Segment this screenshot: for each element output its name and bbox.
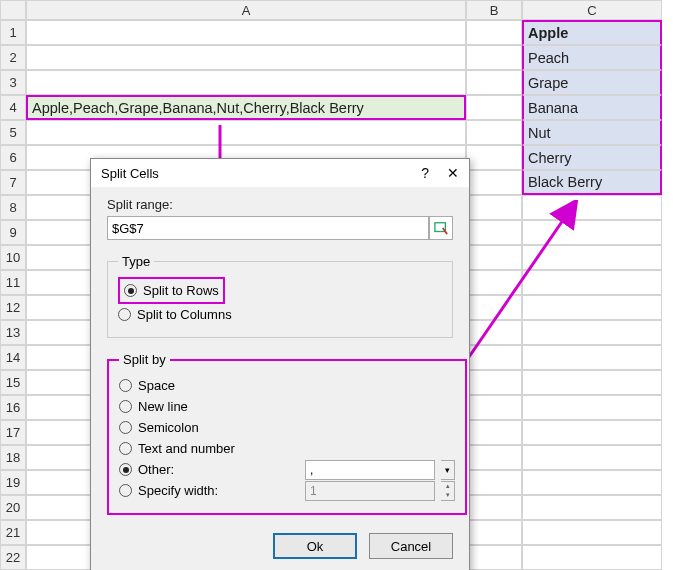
radio-semicolon[interactable]: Semicolon xyxy=(119,417,455,438)
radio-textnum[interactable]: Text and number xyxy=(119,438,455,459)
cell-B19[interactable] xyxy=(466,470,522,495)
cell-C2[interactable]: Peach xyxy=(522,45,662,70)
row-header[interactable]: 18 xyxy=(0,445,26,470)
cell-B15[interactable] xyxy=(466,370,522,395)
col-header-C[interactable]: C xyxy=(522,0,662,20)
cell-C17[interactable] xyxy=(522,420,662,445)
cell-B12[interactable] xyxy=(466,295,522,320)
radio-other[interactable]: Other: xyxy=(119,459,299,480)
row-header[interactable]: 14 xyxy=(0,345,26,370)
width-input xyxy=(305,481,435,501)
close-button[interactable]: ✕ xyxy=(447,165,459,181)
cell-C1[interactable]: Apple xyxy=(522,20,662,45)
radio-newline[interactable]: New line xyxy=(119,396,455,417)
cell-B5[interactable] xyxy=(466,120,522,145)
row-header[interactable]: 6 xyxy=(0,145,26,170)
cell-C10[interactable] xyxy=(522,245,662,270)
cell-A1[interactable] xyxy=(26,20,466,45)
cell-B13[interactable] xyxy=(466,320,522,345)
cell-A5[interactable] xyxy=(26,120,466,145)
cell-C5[interactable]: Nut xyxy=(522,120,662,145)
cell-B9[interactable] xyxy=(466,220,522,245)
type-group: Type Split to Rows Split to Columns xyxy=(107,254,453,338)
cell-C6[interactable]: Cherry xyxy=(522,145,662,170)
row-header[interactable]: 8 xyxy=(0,195,26,220)
cell-B6[interactable] xyxy=(466,145,522,170)
cell-B22[interactable] xyxy=(466,545,522,570)
chevron-down-icon[interactable]: ▾ xyxy=(441,460,455,480)
cancel-button[interactable]: Cancel xyxy=(369,533,453,559)
cell-C4[interactable]: Banana xyxy=(522,95,662,120)
cell-C14[interactable] xyxy=(522,345,662,370)
cell-B21[interactable] xyxy=(466,520,522,545)
row-header[interactable]: 4 xyxy=(0,95,26,120)
cell-B20[interactable] xyxy=(466,495,522,520)
row-header[interactable]: 5 xyxy=(0,120,26,145)
cell-B11[interactable] xyxy=(466,270,522,295)
cell-C20[interactable] xyxy=(522,495,662,520)
cell-B8[interactable] xyxy=(466,195,522,220)
row-header[interactable]: 21 xyxy=(0,520,26,545)
cell-B2[interactable] xyxy=(466,45,522,70)
cell-C15[interactable] xyxy=(522,370,662,395)
help-button[interactable]: ? xyxy=(421,165,429,181)
cell-C7[interactable]: Black Berry xyxy=(522,170,662,195)
radio-icon xyxy=(119,484,132,497)
cell-C21[interactable] xyxy=(522,520,662,545)
cell-B4[interactable] xyxy=(466,95,522,120)
row-header[interactable]: 2 xyxy=(0,45,26,70)
radio-space[interactable]: Space xyxy=(119,375,455,396)
cell-C12[interactable] xyxy=(522,295,662,320)
row-header[interactable]: 13 xyxy=(0,320,26,345)
cell-C19[interactable] xyxy=(522,470,662,495)
row-header[interactable]: 19 xyxy=(0,470,26,495)
cell-B1[interactable] xyxy=(466,20,522,45)
split-cells-dialog: Split Cells ? ✕ Split range: Type Split … xyxy=(90,158,470,570)
row-header[interactable]: 7 xyxy=(0,170,26,195)
cell-B18[interactable] xyxy=(466,445,522,470)
cell-B16[interactable] xyxy=(466,395,522,420)
radio-split-rows[interactable]: Split to Rows xyxy=(124,280,219,301)
cell-C11[interactable] xyxy=(522,270,662,295)
type-legend: Type xyxy=(118,254,154,269)
cell-B10[interactable] xyxy=(466,245,522,270)
row-header[interactable]: 1 xyxy=(0,20,26,45)
cell-C9[interactable] xyxy=(522,220,662,245)
cell-A2[interactable] xyxy=(26,45,466,70)
radio-icon xyxy=(119,463,132,476)
cell-B14[interactable] xyxy=(466,345,522,370)
ok-button[interactable]: Ok xyxy=(273,533,357,559)
row-header[interactable]: 11 xyxy=(0,270,26,295)
radio-icon xyxy=(119,400,132,413)
range-picker-button[interactable] xyxy=(429,216,453,240)
col-header-A[interactable]: A xyxy=(26,0,466,20)
row-header[interactable]: 17 xyxy=(0,420,26,445)
cell-B3[interactable] xyxy=(466,70,522,95)
col-header-B[interactable]: B xyxy=(466,0,522,20)
cell-C3[interactable]: Grape xyxy=(522,70,662,95)
radio-width[interactable]: Specify width: xyxy=(119,480,299,501)
cell-A3[interactable] xyxy=(26,70,466,95)
other-delimiter-input[interactable] xyxy=(305,460,435,480)
cell-A4[interactable]: Apple,Peach,Grape,Banana,Nut,Cherry,Blac… xyxy=(26,95,466,120)
corner-cell[interactable] xyxy=(0,0,26,20)
row-header[interactable]: 20 xyxy=(0,495,26,520)
cell-C22[interactable] xyxy=(522,545,662,570)
row-header[interactable]: 15 xyxy=(0,370,26,395)
split-range-label: Split range: xyxy=(107,197,453,212)
row-header[interactable]: 12 xyxy=(0,295,26,320)
cell-C8[interactable] xyxy=(522,195,662,220)
radio-split-cols[interactable]: Split to Columns xyxy=(118,304,442,325)
cell-B17[interactable] xyxy=(466,420,522,445)
cell-B7[interactable] xyxy=(466,170,522,195)
row-header[interactable]: 16 xyxy=(0,395,26,420)
cell-C13[interactable] xyxy=(522,320,662,345)
row-header[interactable]: 9 xyxy=(0,220,26,245)
cell-C18[interactable] xyxy=(522,445,662,470)
row-header[interactable]: 10 xyxy=(0,245,26,270)
split-range-input[interactable] xyxy=(107,216,429,240)
cell-C16[interactable] xyxy=(522,395,662,420)
row-header[interactable]: 3 xyxy=(0,70,26,95)
radio-icon xyxy=(119,379,132,392)
row-header[interactable]: 22 xyxy=(0,545,26,570)
